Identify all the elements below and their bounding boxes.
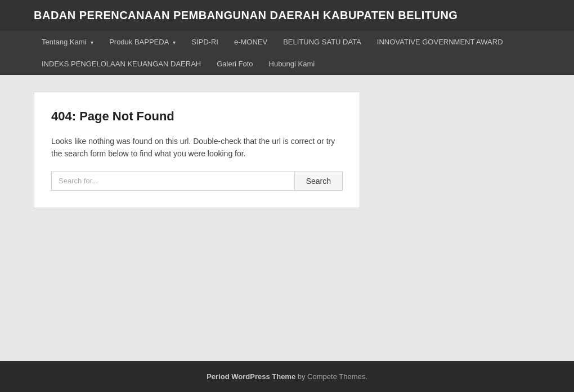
nav-item-belitung-satu-data[interactable]: BELITUNG SATU DATA [275,31,369,53]
error-message: Looks like nothing was found on this url… [51,135,343,160]
footer-text: Period WordPress Theme by Compete Themes… [34,372,540,381]
main-content: 404: Page Not Found Looks like nothing w… [0,75,574,361]
search-form: Search [51,172,343,191]
nav-link-indeks-pengelolaan[interactable]: INDEKS PENGELOLAAN KEUANGAN DAERAH [34,53,209,75]
nav-item-innovative-government-award[interactable]: INNOVATIVE GOVERNMENT AWARD [369,31,511,53]
error-card: 404: Page Not Found Looks like nothing w… [34,92,360,208]
chevron-down-icon: ▾ [173,39,176,46]
site-title: BADAN PERENCANAAN PEMBANGUNAN DAERAH KAB… [34,9,540,22]
nav-item-tentang-kami[interactable]: Tentang Kami ▾ [34,31,101,53]
footer-credit: by Compete Themes. [295,372,367,381]
nav-link-produk-bappeda[interactable]: Produk BAPPEDA ▾ [101,31,183,53]
nav-link-emonev[interactable]: e-MONEV [226,31,275,53]
site-footer: Period WordPress Theme by Compete Themes… [0,361,574,392]
nav-link-belitung-satu-data[interactable]: BELITUNG SATU DATA [275,31,369,53]
chevron-down-icon: ▾ [91,39,93,46]
nav-link-galeri-foto[interactable]: Galeri Foto [209,53,261,75]
nav-item-hubungi-kami[interactable]: Hubungi Kami [261,53,323,75]
nav-item-indeks-pengelolaan[interactable]: INDEKS PENGELOLAAN KEUANGAN DAERAH [34,53,209,75]
search-input[interactable] [51,172,295,191]
nav-item-produk-bappeda[interactable]: Produk BAPPEDA ▾ [101,31,183,53]
nav-item-emonev[interactable]: e-MONEV [226,31,275,53]
site-header: BADAN PERENCANAAN PEMBANGUNAN DAERAH KAB… [0,0,574,31]
nav-link-sipd-ri[interactable]: SIPD-RI [183,31,226,53]
error-title: 404: Page Not Found [51,109,343,124]
nav-link-tentang-kami[interactable]: Tentang Kami ▾ [34,31,101,53]
nav-item-sipd-ri[interactable]: SIPD-RI [183,31,226,53]
nav-list: Tentang Kami ▾ Produk BAPPEDA ▾ SIPD-RI … [34,31,540,75]
nav-item-galeri-foto[interactable]: Galeri Foto [209,53,261,75]
footer-theme-name: Period WordPress Theme [207,372,295,381]
site-nav: Tentang Kami ▾ Produk BAPPEDA ▾ SIPD-RI … [0,31,574,75]
nav-link-innovative-government-award[interactable]: INNOVATIVE GOVERNMENT AWARD [369,31,511,53]
search-button[interactable]: Search [295,172,343,191]
nav-link-hubungi-kami[interactable]: Hubungi Kami [261,53,323,75]
